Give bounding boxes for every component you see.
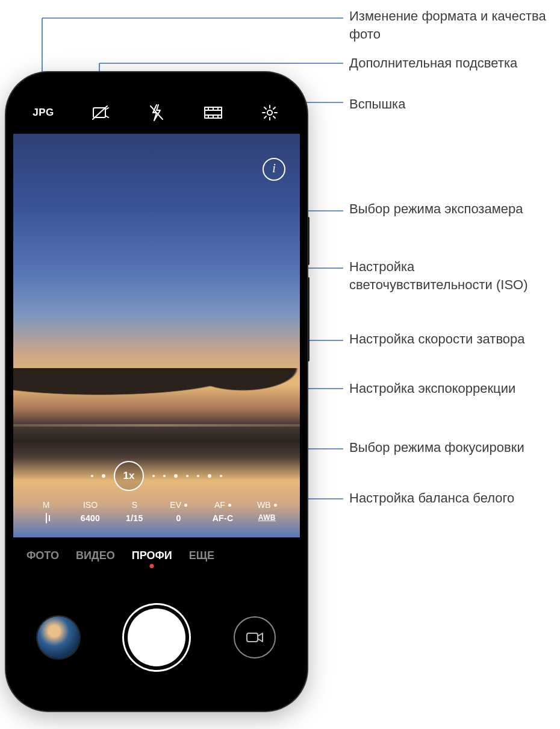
annotation-flash: Вспышка [349,95,405,113]
pro-params-bar: M ISO 6400 S 1/15 EV 0 [13,500,300,536]
param-shutter-value: 1/15 [126,513,143,523]
flash-button[interactable] [145,101,169,125]
tab-photo[interactable]: ФОТО [26,549,59,562]
tab-more[interactable]: ЕЩЕ [189,549,214,562]
param-metering[interactable]: M [24,500,68,536]
video-camera-icon [246,631,264,644]
switch-camera-button[interactable] [234,616,276,659]
annotation-iso: Настройка светочувствительности (ISO) [349,258,548,293]
annotation-wb: Настройка баланса белого [349,489,514,507]
info-icon: i [272,161,276,175]
phone-frame: JPG [6,72,307,711]
param-focus[interactable]: AF AF-C [201,500,244,536]
extra-light-button[interactable] [88,101,112,125]
param-focus-value: AF-C [213,513,234,523]
format-button[interactable]: JPG [31,101,55,125]
annotation-light: Дополнительная подсветка [349,54,517,72]
top-toolbar: JPG [13,98,300,128]
annotation-focus: Выбор режима фокусировки [349,439,524,457]
extra-light-off-icon [91,104,109,122]
svg-rect-40 [247,633,258,642]
camera-mode-tabs: ФОТО ВИДЕО ПРОФИ ЕЩЕ [13,543,300,568]
tab-pro[interactable]: ПРОФИ [132,549,172,562]
param-ev-label: EV [170,500,187,510]
tab-video[interactable]: ВИДЕО [76,549,115,562]
param-iso-label: ISO [83,500,98,510]
settings-button[interactable] [258,101,282,125]
param-ev-value: 0 [176,513,181,523]
gallery-thumbnail[interactable] [37,616,79,659]
param-shutter[interactable]: S 1/15 [113,500,157,536]
camera-viewfinder[interactable]: i 1x M [13,134,300,537]
annotation-format: Изменение формата и качества фото [349,7,548,43]
param-metering-label: M [43,500,50,510]
annotation-ev: Настройка экспокоррекции [349,380,515,398]
gear-icon [261,104,278,121]
phone-screen: JPG [13,80,300,704]
aspect-ratio-button[interactable] [201,101,225,125]
filmstrip-icon [204,105,223,120]
annotation-shutter: Настройка скорости затвора [349,330,525,348]
svg-point-39 [267,110,272,115]
param-iso-value: 6400 [81,513,100,523]
annotation-metering: Выбор режима экспозамера [349,200,523,218]
zoom-button[interactable]: 1x [114,461,144,491]
param-wb[interactable]: WB AWB [245,500,289,536]
flash-off-icon [149,104,164,122]
shutter-button[interactable] [128,609,185,666]
metering-mode-icon [46,513,47,523]
param-iso[interactable]: ISO 6400 [68,500,112,536]
bottom-controls [13,601,300,674]
param-shutter-label: S [132,500,137,510]
zoom-slider[interactable]: 1x [13,464,300,488]
param-focus-label: AF [214,500,231,510]
param-wb-label: WB [257,500,277,510]
info-button[interactable]: i [263,158,285,181]
param-ev[interactable]: EV 0 [157,500,201,536]
param-wb-value: AWB [258,513,276,522]
